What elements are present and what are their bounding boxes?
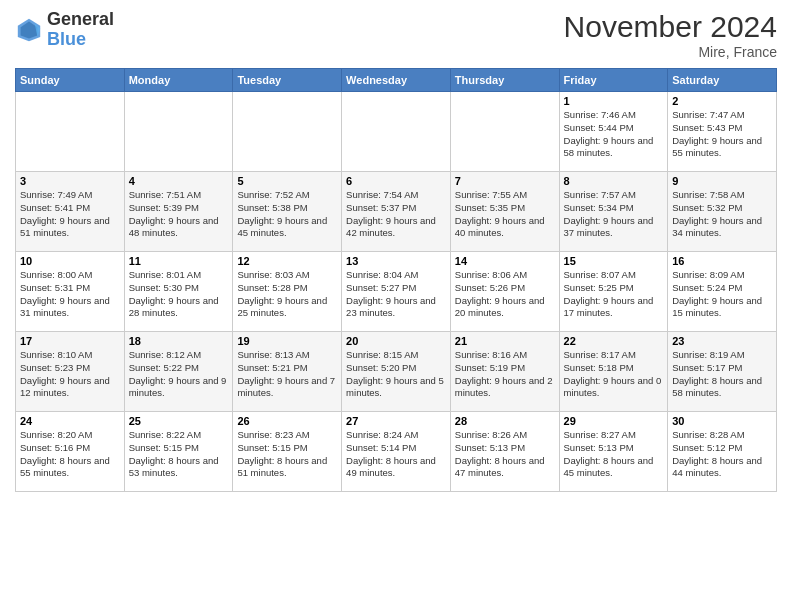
day-number: 2: [672, 95, 772, 107]
calendar-cell: [124, 92, 233, 172]
calendar-cell: [342, 92, 451, 172]
header: General Blue November 2024 Mire, France: [15, 10, 777, 60]
month-title: November 2024: [564, 10, 777, 44]
calendar-cell: 6Sunrise: 7:54 AMSunset: 5:37 PMDaylight…: [342, 172, 451, 252]
day-number: 9: [672, 175, 772, 187]
day-info: Sunrise: 7:51 AMSunset: 5:39 PMDaylight:…: [129, 189, 229, 240]
calendar-cell: 20Sunrise: 8:15 AMSunset: 5:20 PMDayligh…: [342, 332, 451, 412]
calendar-cell: 5Sunrise: 7:52 AMSunset: 5:38 PMDaylight…: [233, 172, 342, 252]
day-info: Sunrise: 7:55 AMSunset: 5:35 PMDaylight:…: [455, 189, 555, 240]
calendar-cell: 21Sunrise: 8:16 AMSunset: 5:19 PMDayligh…: [450, 332, 559, 412]
week-row-3: 10Sunrise: 8:00 AMSunset: 5:31 PMDayligh…: [16, 252, 777, 332]
day-info: Sunrise: 8:20 AMSunset: 5:16 PMDaylight:…: [20, 429, 120, 480]
day-info: Sunrise: 7:57 AMSunset: 5:34 PMDaylight:…: [564, 189, 664, 240]
day-number: 11: [129, 255, 229, 267]
day-number: 8: [564, 175, 664, 187]
calendar-cell: 30Sunrise: 8:28 AMSunset: 5:12 PMDayligh…: [668, 412, 777, 492]
day-info: Sunrise: 8:27 AMSunset: 5:13 PMDaylight:…: [564, 429, 664, 480]
day-info: Sunrise: 8:13 AMSunset: 5:21 PMDaylight:…: [237, 349, 337, 400]
day-number: 25: [129, 415, 229, 427]
day-number: 4: [129, 175, 229, 187]
day-info: Sunrise: 8:22 AMSunset: 5:15 PMDaylight:…: [129, 429, 229, 480]
day-info: Sunrise: 8:28 AMSunset: 5:12 PMDaylight:…: [672, 429, 772, 480]
day-info: Sunrise: 7:54 AMSunset: 5:37 PMDaylight:…: [346, 189, 446, 240]
day-number: 13: [346, 255, 446, 267]
logo-text: General Blue: [47, 10, 114, 50]
weekday-friday: Friday: [559, 69, 668, 92]
calendar-cell: 13Sunrise: 8:04 AMSunset: 5:27 PMDayligh…: [342, 252, 451, 332]
day-info: Sunrise: 8:16 AMSunset: 5:19 PMDaylight:…: [455, 349, 555, 400]
day-number: 10: [20, 255, 120, 267]
day-number: 1: [564, 95, 664, 107]
calendar-cell: 12Sunrise: 8:03 AMSunset: 5:28 PMDayligh…: [233, 252, 342, 332]
day-info: Sunrise: 8:09 AMSunset: 5:24 PMDaylight:…: [672, 269, 772, 320]
calendar-cell: 26Sunrise: 8:23 AMSunset: 5:15 PMDayligh…: [233, 412, 342, 492]
calendar-cell: 17Sunrise: 8:10 AMSunset: 5:23 PMDayligh…: [16, 332, 125, 412]
weekday-monday: Monday: [124, 69, 233, 92]
calendar-cell: 23Sunrise: 8:19 AMSunset: 5:17 PMDayligh…: [668, 332, 777, 412]
day-info: Sunrise: 7:58 AMSunset: 5:32 PMDaylight:…: [672, 189, 772, 240]
page: General Blue November 2024 Mire, France …: [0, 0, 792, 612]
calendar-cell: 1Sunrise: 7:46 AMSunset: 5:44 PMDaylight…: [559, 92, 668, 172]
weekday-tuesday: Tuesday: [233, 69, 342, 92]
weekday-wednesday: Wednesday: [342, 69, 451, 92]
day-number: 16: [672, 255, 772, 267]
day-info: Sunrise: 7:46 AMSunset: 5:44 PMDaylight:…: [564, 109, 664, 160]
day-info: Sunrise: 8:23 AMSunset: 5:15 PMDaylight:…: [237, 429, 337, 480]
calendar-cell: 15Sunrise: 8:07 AMSunset: 5:25 PMDayligh…: [559, 252, 668, 332]
day-number: 19: [237, 335, 337, 347]
weekday-header-row: SundayMondayTuesdayWednesdayThursdayFrid…: [16, 69, 777, 92]
weekday-thursday: Thursday: [450, 69, 559, 92]
calendar-cell: [233, 92, 342, 172]
day-number: 29: [564, 415, 664, 427]
day-info: Sunrise: 8:15 AMSunset: 5:20 PMDaylight:…: [346, 349, 446, 400]
day-info: Sunrise: 8:03 AMSunset: 5:28 PMDaylight:…: [237, 269, 337, 320]
weekday-saturday: Saturday: [668, 69, 777, 92]
title-block: November 2024 Mire, France: [564, 10, 777, 60]
location: Mire, France: [564, 44, 777, 60]
day-number: 22: [564, 335, 664, 347]
calendar-cell: 7Sunrise: 7:55 AMSunset: 5:35 PMDaylight…: [450, 172, 559, 252]
day-info: Sunrise: 8:07 AMSunset: 5:25 PMDaylight:…: [564, 269, 664, 320]
calendar-cell: 14Sunrise: 8:06 AMSunset: 5:26 PMDayligh…: [450, 252, 559, 332]
day-info: Sunrise: 8:06 AMSunset: 5:26 PMDaylight:…: [455, 269, 555, 320]
day-info: Sunrise: 7:49 AMSunset: 5:41 PMDaylight:…: [20, 189, 120, 240]
calendar-cell: 24Sunrise: 8:20 AMSunset: 5:16 PMDayligh…: [16, 412, 125, 492]
day-info: Sunrise: 8:00 AMSunset: 5:31 PMDaylight:…: [20, 269, 120, 320]
calendar-cell: 4Sunrise: 7:51 AMSunset: 5:39 PMDaylight…: [124, 172, 233, 252]
day-info: Sunrise: 8:24 AMSunset: 5:14 PMDaylight:…: [346, 429, 446, 480]
calendar-header: SundayMondayTuesdayWednesdayThursdayFrid…: [16, 69, 777, 92]
day-number: 6: [346, 175, 446, 187]
calendar-cell: 19Sunrise: 8:13 AMSunset: 5:21 PMDayligh…: [233, 332, 342, 412]
day-number: 20: [346, 335, 446, 347]
weekday-sunday: Sunday: [16, 69, 125, 92]
calendar-cell: [16, 92, 125, 172]
calendar-cell: 10Sunrise: 8:00 AMSunset: 5:31 PMDayligh…: [16, 252, 125, 332]
logo: General Blue: [15, 10, 114, 50]
calendar-body: 1Sunrise: 7:46 AMSunset: 5:44 PMDaylight…: [16, 92, 777, 492]
day-number: 12: [237, 255, 337, 267]
day-number: 23: [672, 335, 772, 347]
day-number: 5: [237, 175, 337, 187]
day-info: Sunrise: 8:26 AMSunset: 5:13 PMDaylight:…: [455, 429, 555, 480]
day-info: Sunrise: 7:52 AMSunset: 5:38 PMDaylight:…: [237, 189, 337, 240]
day-number: 3: [20, 175, 120, 187]
calendar-cell: 2Sunrise: 7:47 AMSunset: 5:43 PMDaylight…: [668, 92, 777, 172]
day-info: Sunrise: 8:01 AMSunset: 5:30 PMDaylight:…: [129, 269, 229, 320]
calendar-cell: 11Sunrise: 8:01 AMSunset: 5:30 PMDayligh…: [124, 252, 233, 332]
day-number: 30: [672, 415, 772, 427]
day-info: Sunrise: 8:12 AMSunset: 5:22 PMDaylight:…: [129, 349, 229, 400]
calendar-cell: [450, 92, 559, 172]
calendar-cell: 29Sunrise: 8:27 AMSunset: 5:13 PMDayligh…: [559, 412, 668, 492]
week-row-2: 3Sunrise: 7:49 AMSunset: 5:41 PMDaylight…: [16, 172, 777, 252]
week-row-4: 17Sunrise: 8:10 AMSunset: 5:23 PMDayligh…: [16, 332, 777, 412]
day-number: 17: [20, 335, 120, 347]
day-number: 26: [237, 415, 337, 427]
calendar-cell: 3Sunrise: 7:49 AMSunset: 5:41 PMDaylight…: [16, 172, 125, 252]
calendar-cell: 18Sunrise: 8:12 AMSunset: 5:22 PMDayligh…: [124, 332, 233, 412]
day-info: Sunrise: 8:19 AMSunset: 5:17 PMDaylight:…: [672, 349, 772, 400]
calendar-cell: 9Sunrise: 7:58 AMSunset: 5:32 PMDaylight…: [668, 172, 777, 252]
day-number: 18: [129, 335, 229, 347]
day-number: 14: [455, 255, 555, 267]
calendar-cell: 25Sunrise: 8:22 AMSunset: 5:15 PMDayligh…: [124, 412, 233, 492]
